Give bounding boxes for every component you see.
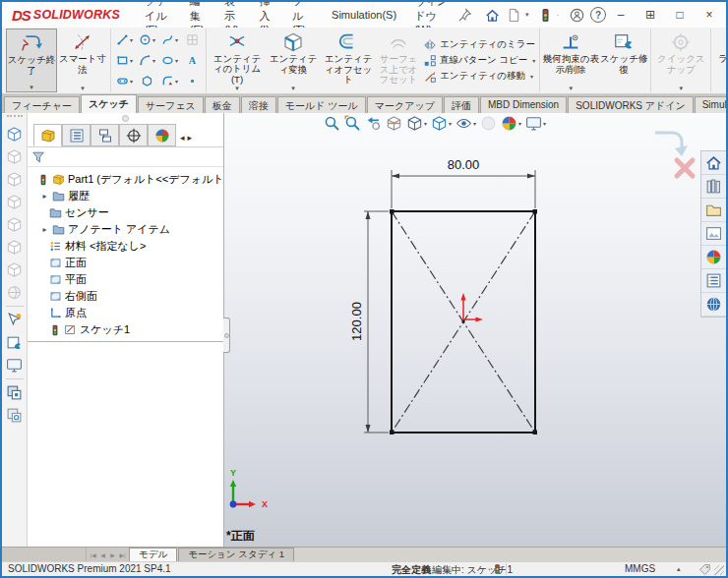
- maximize-button[interactable]: □: [667, 5, 693, 25]
- dimension-height[interactable]: 120.00: [349, 211, 389, 433]
- new-document-button[interactable]: [504, 5, 523, 25]
- view-palette-button[interactable]: [701, 222, 726, 246]
- close-button[interactable]: ×: [697, 5, 722, 25]
- tab-mold-tools[interactable]: モールド ツール: [277, 96, 366, 113]
- view-cube-button-5[interactable]: [4, 213, 26, 236]
- fillet-tool-button[interactable]: ▾: [158, 71, 181, 91]
- tree-item-material[interactable]: 材料 <指定なし>: [28, 238, 223, 255]
- view-cube-button-3[interactable]: [4, 168, 26, 191]
- tree-item-top-plane[interactable]: 平面: [28, 271, 223, 288]
- tree-item-annotations[interactable]: ▸ アノテート アイテム: [28, 221, 223, 238]
- panel-tab-right-icon[interactable]: ▸: [188, 133, 193, 143]
- tab-simulation[interactable]: Simulation: [695, 96, 728, 113]
- tree-root-part[interactable]: Part1 (デフォルト<<デフォルト>_表示状態 1>: [28, 171, 223, 188]
- rebuild-button[interactable]: [535, 5, 555, 25]
- apply-scene-button[interactable]: ▾: [500, 114, 522, 133]
- tree-item-right-plane[interactable]: 右側面: [28, 288, 223, 305]
- display-relations-caret-icon[interactable]: ▾: [570, 85, 574, 91]
- view-settings-caret-icon[interactable]: ▾: [543, 120, 546, 127]
- dimension-width[interactable]: 80.00: [392, 157, 535, 208]
- 3dexperience-button[interactable]: [701, 293, 726, 317]
- menu-simulation[interactable]: Simulation(S): [323, 4, 405, 26]
- zoom-to-fit-button[interactable]: [323, 114, 341, 133]
- line-tool-button[interactable]: ▾: [113, 29, 136, 50]
- view-orientation-button[interactable]: ▾: [405, 114, 428, 133]
- expander-icon[interactable]: ▸: [40, 225, 49, 234]
- view-cube-button-2[interactable]: [4, 145, 26, 168]
- tab-mbd-dimension[interactable]: MBD Dimension: [480, 96, 567, 113]
- tab-weldments[interactable]: 溶接: [241, 96, 276, 113]
- linear-pattern-button[interactable]: 直線パターン コピー ▾: [423, 54, 535, 68]
- tab-scroll-next-icon[interactable]: ▶: [108, 551, 117, 558]
- custom-properties-button[interactable]: [701, 269, 726, 293]
- spline-tool-button[interactable]: ▾: [158, 29, 181, 50]
- view-settings-button[interactable]: ▾: [524, 114, 547, 133]
- design-library-button[interactable]: [701, 175, 726, 199]
- tab-sketch[interactable]: スケッチ: [81, 94, 137, 113]
- home-button[interactable]: [482, 5, 502, 25]
- tree-item-front-plane[interactable]: 正面: [28, 255, 223, 271]
- tab-surfaces[interactable]: サーフェス: [138, 96, 204, 113]
- tab-markup[interactable]: マークアップ: [367, 96, 443, 113]
- home-tab-button[interactable]: [701, 151, 726, 175]
- view-cube-button-1[interactable]: [4, 123, 26, 145]
- view-sphere-button[interactable]: [4, 281, 26, 304]
- convert-entities-button[interactable]: エンティティ変換 ▾: [266, 29, 321, 92]
- new-document-caret-icon[interactable]: ▾: [525, 11, 533, 19]
- tab-sheet-metal[interactable]: 板金: [205, 96, 240, 113]
- move-entities-caret-icon[interactable]: ▾: [530, 73, 533, 80]
- sketch-canvas[interactable]: 80.00 120.00: [224, 113, 726, 547]
- tab-dimxpert-manager[interactable]: [119, 124, 148, 146]
- appearances-button[interactable]: [701, 246, 726, 269]
- rectangle-tool-button[interactable]: ▾: [113, 50, 136, 71]
- expander-icon[interactable]: ▸: [40, 192, 49, 201]
- panel-handle[interactable]: [28, 113, 223, 124]
- linear-pattern-caret-icon[interactable]: ▾: [532, 57, 535, 64]
- pin-menu-icon[interactable]: [457, 5, 472, 25]
- zoom-to-area-button[interactable]: [343, 114, 362, 133]
- arc-tool-button[interactable]: ▾: [136, 50, 158, 71]
- graphics-viewport[interactable]: ▾ ▾ ▾ ▾ ▾ 8: [224, 113, 726, 547]
- display-style-button[interactable]: ▾: [430, 114, 453, 133]
- previous-view-button[interactable]: [364, 114, 383, 133]
- tab-feature-manager-tree[interactable]: [33, 124, 62, 146]
- circle-tool-button[interactable]: ▾: [136, 29, 158, 50]
- ellipse-tool-button[interactable]: ▾: [158, 50, 181, 71]
- toolbar-grip[interactable]: [7, 115, 23, 120]
- view-cube-button-4[interactable]: [4, 191, 26, 213]
- rapid-sketch-button[interactable]: ラピッドスケッチ: [713, 29, 728, 92]
- file-explorer-button[interactable]: [701, 199, 726, 222]
- edit-appearance-button[interactable]: [479, 114, 498, 133]
- stacked-cubes-button-1[interactable]: [4, 381, 26, 404]
- trim-entities-button[interactable]: エンティティのトリム(T) ▾: [209, 29, 266, 92]
- motion-study-tab[interactable]: モーション スタディ 1: [178, 548, 294, 561]
- tab-scroll-last-icon[interactable]: ▶|: [118, 551, 127, 558]
- view-cube-button-6[interactable]: [4, 236, 26, 259]
- units-caret-icon[interactable]: ▴: [677, 565, 681, 573]
- tag-icon[interactable]: [698, 563, 711, 576]
- tab-property-manager[interactable]: [62, 124, 91, 146]
- tab-display-manager[interactable]: [148, 124, 176, 146]
- smart-dimension-button[interactable]: スマート寸法 ▾: [57, 29, 108, 92]
- tab-scroll-first-icon[interactable]: |◀: [89, 551, 97, 558]
- exit-sketch-button[interactable]: スケッチ終了 ▾: [6, 29, 57, 92]
- tab-scroll-prev-icon[interactable]: ◀: [98, 551, 107, 558]
- view-cube-button-7[interactable]: [4, 259, 26, 281]
- offset-entities-button[interactable]: エンティティオフセット: [321, 29, 376, 92]
- sketch-picture-tool-button[interactable]: [181, 29, 204, 50]
- tab-features[interactable]: フィーチャー: [4, 96, 80, 113]
- panel-tab-left-icon[interactable]: ◂: [180, 133, 185, 143]
- tab-evaluate[interactable]: 評価: [444, 96, 479, 113]
- selection-tool-button[interactable]: [4, 309, 26, 331]
- sketch-settings-button[interactable]: [4, 331, 26, 354]
- tree-item-sketch1[interactable]: スケッチ1: [28, 321, 223, 338]
- resize-grip[interactable]: [714, 565, 724, 575]
- text-tool-button[interactable]: A: [181, 50, 204, 71]
- rebuild-caret-icon[interactable]: ·: [557, 12, 565, 19]
- tab-addins[interactable]: SOLIDWORKS アドイン: [568, 96, 694, 113]
- model-tab[interactable]: モデル: [129, 548, 177, 561]
- account-button[interactable]: [567, 5, 586, 25]
- section-view-button[interactable]: [385, 114, 403, 133]
- point-tool-button[interactable]: [181, 71, 204, 91]
- smart-dimension-caret-icon[interactable]: ▾: [81, 85, 85, 91]
